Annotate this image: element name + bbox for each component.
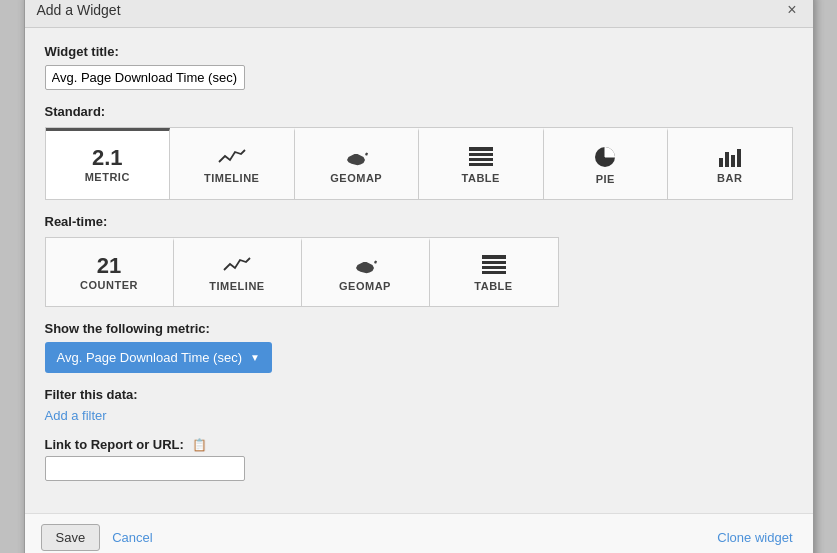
geomap-icon: [341, 146, 371, 168]
dialog-body: Widget title: Standard: 2.1 METRIC TIMEL…: [25, 28, 813, 513]
counter-label-text: COUNTER: [80, 279, 138, 291]
close-button[interactable]: ×: [783, 1, 800, 19]
rt-geomap-icon: [350, 254, 380, 276]
add-filter-link[interactable]: Add a filter: [45, 408, 107, 423]
svg-rect-0: [469, 147, 493, 151]
standard-label: Standard:: [45, 104, 793, 119]
svg-rect-2: [469, 158, 493, 161]
rt-timeline-label: TIMELINE: [209, 280, 264, 292]
realtime-label: Real-time:: [45, 214, 793, 229]
realtime-option-timeline[interactable]: TIMELINE: [174, 238, 302, 306]
standard-option-timeline[interactable]: TIMELINE: [170, 128, 295, 199]
dialog-title: Add a Widget: [37, 2, 121, 18]
standard-option-bar[interactable]: BAR: [668, 128, 792, 199]
rt-table-label: TABLE: [474, 280, 512, 292]
metric-label-text: METRIC: [85, 171, 130, 183]
realtime-widget-grid: 21 COUNTER TIMELINE: [45, 237, 559, 307]
geomap-label: GEOMAP: [330, 172, 382, 184]
rt-timeline-icon: [222, 254, 252, 276]
url-section: Link to Report or URL: 📋: [45, 437, 793, 481]
url-input[interactable]: [45, 456, 245, 481]
footer-left: Save Cancel: [41, 524, 157, 551]
widget-title-input[interactable]: [45, 65, 245, 90]
svg-rect-1: [469, 153, 493, 156]
standard-option-pie[interactable]: PIE: [544, 128, 669, 199]
svg-rect-8: [725, 152, 729, 167]
add-widget-dialog: Add a Widget × Widget title: Standard: 2…: [24, 0, 814, 553]
svg-rect-14: [482, 271, 506, 274]
pie-icon: [593, 145, 617, 169]
filter-label: Filter this data:: [45, 387, 793, 402]
save-button[interactable]: Save: [41, 524, 101, 551]
clone-widget-button[interactable]: Clone widget: [713, 525, 796, 550]
svg-rect-7: [719, 158, 723, 167]
realtime-option-table[interactable]: TABLE: [430, 238, 558, 306]
realtime-option-counter[interactable]: 21 COUNTER: [46, 238, 174, 306]
metric-field-label: Show the following metric:: [45, 321, 793, 336]
metric-number: 2.1: [92, 147, 123, 169]
metric-dropdown-button[interactable]: Avg. Page Download Time (sec) ▼: [45, 342, 272, 373]
filter-section: Filter this data: Add a filter: [45, 387, 793, 423]
svg-rect-13: [482, 266, 506, 269]
dialog-footer: Save Cancel Clone widget: [25, 513, 813, 554]
realtime-option-geomap[interactable]: GEOMAP: [302, 238, 430, 306]
standard-option-geomap[interactable]: GEOMAP: [295, 128, 420, 199]
url-label: Link to Report or URL:: [45, 437, 184, 452]
timeline-label: TIMELINE: [204, 172, 259, 184]
metric-dropdown-value: Avg. Page Download Time (sec): [57, 350, 242, 365]
cancel-button[interactable]: Cancel: [108, 525, 156, 550]
dialog-header: Add a Widget ×: [25, 0, 813, 28]
svg-rect-3: [469, 163, 493, 166]
timeline-icon: [217, 146, 247, 168]
url-copy-icon[interactable]: 📋: [192, 438, 207, 452]
standard-widget-grid: 2.1 METRIC TIMELINE: [45, 127, 793, 200]
svg-rect-12: [482, 261, 506, 264]
widget-title-label: Widget title:: [45, 44, 793, 59]
table-icon: [468, 146, 494, 168]
dropdown-arrow-icon: ▼: [250, 352, 260, 363]
rt-geomap-label: GEOMAP: [339, 280, 391, 292]
table-label: TABLE: [462, 172, 500, 184]
svg-rect-11: [482, 255, 506, 259]
standard-option-metric[interactable]: 2.1 METRIC: [46, 128, 171, 199]
pie-label: PIE: [596, 173, 615, 185]
svg-rect-9: [731, 155, 735, 167]
counter-number: 21: [97, 255, 121, 277]
standard-option-table[interactable]: TABLE: [419, 128, 544, 199]
bar-label: BAR: [717, 172, 742, 184]
rt-table-icon: [481, 254, 507, 276]
svg-rect-10: [737, 149, 741, 167]
bar-icon: [717, 146, 743, 168]
